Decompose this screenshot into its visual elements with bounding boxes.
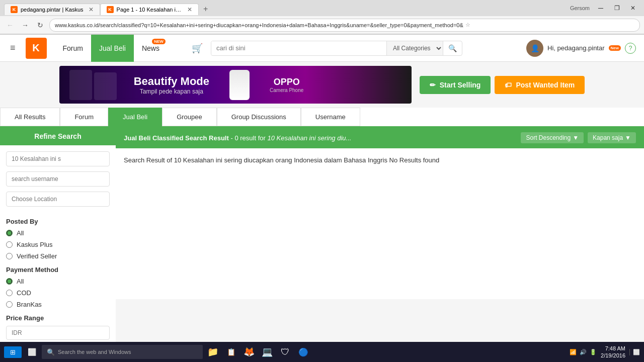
payment-brankas-radio[interactable] (6, 301, 13, 308)
nav-forum-label: Forum (63, 44, 83, 52)
username-search-input[interactable] (6, 171, 110, 187)
bookmark-star-icon[interactable]: ☆ (465, 22, 470, 28)
search-input[interactable] (211, 41, 386, 55)
post-wanted-button[interactable]: 🏷 Post Wanted Item (495, 76, 585, 94)
post-wanted-label: Post Wanted Item (516, 81, 575, 89)
tab-groupee-label: Groupee (177, 113, 202, 121)
taskbar-app2-icon[interactable]: 🛡 (277, 344, 293, 360)
tab-group-discussions-label: Group Discussions (231, 113, 286, 121)
tab-jual-beli[interactable]: Jual Beli (108, 108, 162, 126)
posted-by-verified-radio[interactable] (6, 253, 13, 259)
posted-by-kaskus-plus-radio[interactable] (6, 241, 13, 248)
task-view-icon[interactable]: ⬜ (24, 344, 40, 360)
sort-label: Sort Descending (526, 134, 571, 141)
start-selling-button[interactable]: ✏ Start Selling (420, 76, 491, 94)
nav-jual-beli[interactable]: Jual Beli (91, 35, 134, 62)
nav-forum[interactable]: Forum (55, 35, 91, 62)
posted-by-verified[interactable]: Verified Seller (6, 252, 110, 260)
posted-by-all[interactable]: All (6, 229, 110, 237)
taskbar-explorer-icon[interactable]: 📋 (223, 344, 239, 360)
clock: 7:48 AM 2/19/2016 (601, 345, 625, 359)
minimize-button[interactable]: ─ (594, 3, 608, 14)
browser-chrome: K pedagang.pintar | Kaskus ✕ K Page 1 - … (0, 0, 644, 35)
refine-label: Refine Search (34, 132, 81, 140)
payment-brankas[interactable]: BranKas (6, 301, 110, 308)
taskbar-right: 📶 🔊 🔋 7:48 AM 2/19/2016 ⬜ (570, 345, 640, 359)
payment-cod[interactable]: COD (6, 289, 110, 297)
back-button[interactable]: ← (4, 19, 16, 31)
greeting-text[interactable]: Hi, pedagang.pintar (547, 44, 604, 52)
user-avatar: 👤 (526, 40, 543, 57)
search-icon: 🔍 (47, 348, 55, 356)
taskbar-app3-icon[interactable]: 🔵 (295, 344, 311, 360)
results-title: Jual Beli Classified Search Result - 0 r… (124, 134, 351, 142)
taskbar-search-box[interactable]: 🔍 Search the web and Windows (42, 345, 203, 359)
windows-icon: ⊞ (10, 348, 16, 356)
tab-bar: All Results Forum Jual Beli Groupee Grou… (0, 108, 644, 127)
tab-all-results-label: All Results (15, 113, 45, 121)
banner-actions: ✏ Start Selling 🏷 Post Wanted Item (420, 76, 585, 94)
kapan-chevron-icon: ▼ (625, 134, 631, 141)
taskbar-files-icon[interactable]: 📁 (205, 344, 221, 360)
main-container: Refine Search Posted By All Kaskus Plus … (0, 127, 644, 362)
pencil-icon: ✏ (430, 81, 436, 89)
app-header: ≡ K Forum Jual Beli News NEW 🛒 All Categ… (0, 35, 644, 62)
news-new-badge: NEW (152, 39, 166, 44)
forward-button[interactable]: → (19, 19, 31, 31)
tab-favicon-2: K (107, 6, 114, 13)
banner-ad[interactable]: Beautify Mode Tampil pede kapan saja OPP… (59, 66, 412, 104)
tab-groupee[interactable]: Groupee (162, 108, 217, 126)
tab-jual-beli-label: Jual Beli (123, 113, 147, 121)
show-desktop-icon[interactable]: ⬜ (629, 349, 640, 355)
category-select[interactable]: All Categories Electronics Fashion (386, 41, 443, 55)
payment-all-radio[interactable] (6, 278, 13, 285)
tab-close-1[interactable]: ✕ (89, 6, 94, 13)
tab-all-results[interactable]: All Results (0, 108, 60, 126)
new-tab-button[interactable]: + (199, 3, 213, 15)
tab-label-1: pedagang.pintar | Kaskus (21, 7, 84, 13)
start-button[interactable]: ⊞ (4, 346, 22, 358)
payment-all[interactable]: All (6, 278, 110, 285)
tab-close-2[interactable]: ✕ (187, 6, 192, 13)
kapan-button[interactable]: Kapan saja ▼ (588, 132, 636, 143)
price-from-input[interactable] (6, 326, 110, 340)
tab-forum[interactable]: Forum (60, 108, 108, 126)
search-button[interactable]: 🔍 (443, 41, 462, 55)
results-count: - 0 result for 10 Kesalahan ini sering d… (230, 134, 351, 142)
tab-username[interactable]: Username (301, 108, 360, 126)
hamburger-button[interactable]: ≡ (8, 41, 18, 55)
user-new-badge: New (609, 45, 621, 51)
maximize-button[interactable]: ❐ (610, 3, 624, 14)
taskbar-app1-icon[interactable]: 💻 (259, 344, 275, 360)
posted-by-kaskus-plus-label: Kaskus Plus (17, 241, 53, 248)
nav-news[interactable]: News NEW (134, 35, 168, 62)
phone-image (229, 70, 250, 100)
network-icon: 📶 (570, 349, 577, 355)
payment-method-title: Payment Method (6, 266, 110, 274)
volume-icon: 🔊 (580, 349, 587, 355)
tab-forum-label: Forum (74, 113, 94, 121)
kaskus-logo[interactable]: K (26, 38, 47, 59)
location-input[interactable] (6, 192, 110, 207)
refresh-button[interactable]: ↻ (34, 19, 46, 31)
banner-subtitle: Tampil pede kapan saja (134, 88, 209, 95)
close-button[interactable]: ✕ (626, 3, 640, 14)
posted-by-kaskus-plus[interactable]: Kaskus Plus (6, 241, 110, 248)
browser-tab-2[interactable]: K Page 1 - 10 Kesalahan ini : ✕ (100, 4, 199, 15)
payment-cod-radio[interactable] (6, 290, 13, 296)
help-button[interactable]: ? (625, 43, 636, 54)
posted-by-all-radio[interactable] (6, 230, 13, 236)
banner-text: Beautify Mode Tampil pede kapan saja (134, 75, 209, 95)
taskbar-firefox-icon[interactable]: 🦊 (241, 344, 257, 360)
address-box[interactable]: www.kaskus.co.id/search/classified?q=10+… (49, 19, 640, 32)
nav-jual-beli-label: Jual Beli (99, 44, 126, 52)
browser-tab-1[interactable]: K pedagang.pintar | Kaskus ✕ (4, 4, 100, 15)
sort-chevron-icon: ▼ (573, 134, 579, 141)
sort-button[interactable]: Sort Descending ▼ (521, 132, 584, 143)
brand-info: OPPO Camera Phone (270, 77, 303, 93)
results-controls: Sort Descending ▼ Kapan saja ▼ (521, 132, 636, 143)
tab-group-discussions[interactable]: Group Discussions (217, 108, 301, 126)
banner-people (69, 70, 119, 100)
keyword-search-input[interactable] (6, 151, 110, 166)
cart-icon[interactable]: 🛒 (192, 43, 203, 54)
